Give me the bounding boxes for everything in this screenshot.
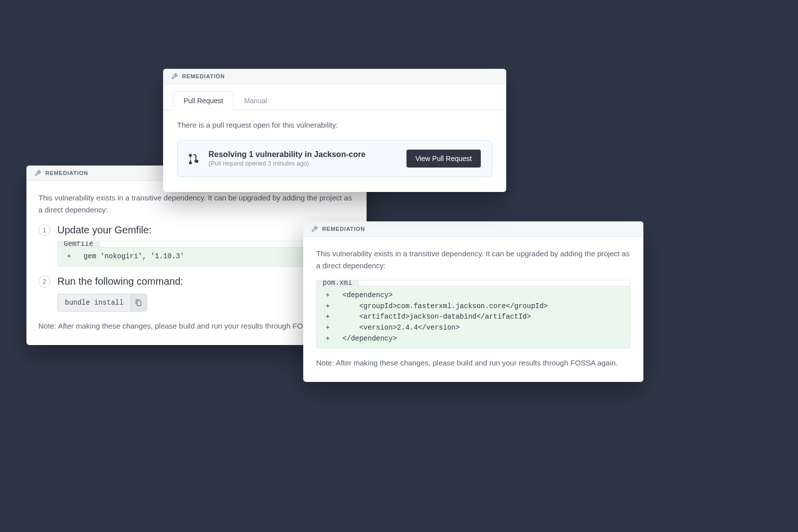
copy-icon — [135, 299, 142, 306]
tools-icon — [311, 225, 318, 232]
file-label: Gemfile — [58, 241, 100, 247]
command-text: bundle install — [58, 294, 131, 311]
pom-codeblock: pom.xml + <dependency> + <groupId>com.fa… — [316, 280, 630, 349]
tab-bar: Pull Request Manual — [163, 84, 506, 110]
tools-icon — [34, 170, 41, 177]
tab-manual[interactable]: Manual — [233, 91, 277, 110]
pull-request-box: Resolving 1 vulnerability in Jackson-cor… — [177, 140, 492, 177]
file-label: pom.xml — [317, 280, 359, 286]
pr-subtitle: (Pull request opened 3 minutes ago) — [208, 160, 398, 167]
pr-title: Resolving 1 vulnerability in Jackson-cor… — [208, 150, 398, 159]
tools-icon — [171, 73, 178, 80]
description-text: This vulnerability exists in a transitiv… — [38, 192, 355, 216]
note-text: Note: After making these changes, please… — [316, 358, 630, 367]
command-box: bundle install — [57, 294, 147, 312]
remediation-card-pr: REMEDIATION Pull Request Manual There is… — [163, 69, 506, 192]
card-header: REMEDIATION — [303, 221, 643, 237]
step-number-2: 2 — [38, 276, 50, 288]
card-title: REMEDIATION — [322, 226, 365, 232]
description-text: This vulnerability exists in a transitiv… — [316, 248, 630, 272]
pull-request-icon — [189, 152, 200, 165]
step-number-1: 1 — [38, 224, 50, 236]
copy-button[interactable] — [131, 294, 147, 311]
view-pull-request-button[interactable]: View Pull Request — [406, 150, 481, 168]
pr-intro-text: There is a pull request open for this vu… — [177, 119, 492, 131]
card-header: REMEDIATION — [163, 69, 506, 84]
pr-text-block: Resolving 1 vulnerability in Jackson-cor… — [208, 150, 398, 167]
file-tab-bar: pom.xml — [317, 280, 630, 286]
step-title: Run the following command: — [57, 276, 183, 287]
step-title: Update your Gemfile: — [57, 224, 152, 236]
remediation-card-pom: REMEDIATION This vulnerability exists in… — [303, 221, 643, 382]
card-title: REMEDIATION — [45, 170, 88, 176]
tab-pull-request[interactable]: Pull Request — [173, 91, 233, 110]
code-diff: + <dependency> + <groupId>com.fasterxml.… — [317, 286, 630, 348]
card-title: REMEDIATION — [182, 73, 225, 79]
